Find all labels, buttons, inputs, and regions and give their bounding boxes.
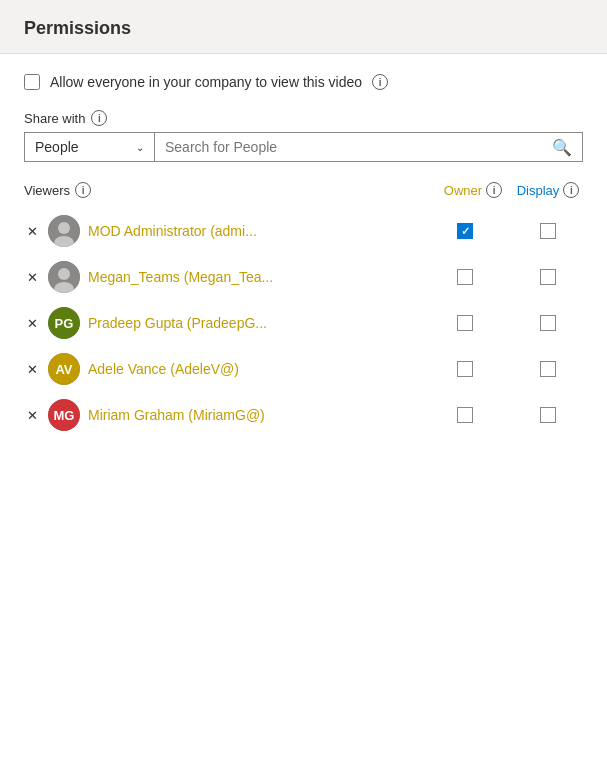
allow-everyone-row: Allow everyone in your company to view t…	[24, 74, 583, 90]
share-with-info-icon[interactable]: i	[91, 110, 107, 126]
allow-everyone-checkbox[interactable]	[24, 74, 40, 90]
permissions-panel: Permissions Allow everyone in your compa…	[0, 0, 607, 764]
display-column-label: Display i	[513, 182, 583, 198]
panel-body: Allow everyone in your company to view t…	[0, 54, 607, 458]
viewers-section: Viewers i Owner i Display i ✕	[24, 182, 583, 438]
avatar: AV	[48, 353, 80, 385]
panel-header: Permissions	[0, 0, 607, 54]
viewer-name: Megan_Teams (Megan_Tea...	[88, 269, 417, 285]
owner-column-label: Owner i	[433, 182, 513, 198]
avatar: MG	[48, 399, 80, 431]
allow-everyone-label[interactable]: Allow everyone in your company to view t…	[24, 74, 362, 90]
owner-checkbox-cell	[425, 269, 505, 285]
share-with-dropdown-text: People	[35, 139, 130, 155]
owner-label-text: Owner	[444, 183, 482, 198]
allow-everyone-text: Allow everyone in your company to view t…	[50, 74, 362, 90]
display-checkbox-cell	[513, 361, 583, 377]
share-with-controls: People ⌄ 🔍	[24, 132, 583, 162]
display-checkbox[interactable]	[540, 407, 556, 423]
search-icon[interactable]: 🔍	[552, 138, 572, 157]
remove-icon[interactable]: ✕	[24, 224, 40, 239]
share-with-label: Share with i	[24, 110, 583, 126]
table-row: ✕ Megan_Teams (Megan_Tea...	[24, 254, 583, 300]
remove-icon[interactable]: ✕	[24, 316, 40, 331]
owner-checkbox[interactable]	[457, 407, 473, 423]
viewers-label-text: Viewers	[24, 183, 70, 198]
search-input-wrapper: 🔍	[155, 133, 582, 161]
display-info-icon[interactable]: i	[563, 182, 579, 198]
display-checkbox-cell	[513, 407, 583, 423]
svg-text:MG: MG	[54, 408, 75, 423]
share-with-text: Share with	[24, 111, 85, 126]
viewer-name: Adele Vance (AdeleV@)	[88, 361, 417, 377]
display-checkbox-cell	[513, 223, 583, 239]
avatar	[48, 261, 80, 293]
owner-checkbox-cell	[425, 223, 505, 239]
owner-checkbox-cell	[425, 315, 505, 331]
viewers-info-icon[interactable]: i	[75, 182, 91, 198]
owner-checkbox[interactable]	[457, 223, 473, 239]
display-checkbox-cell	[513, 269, 583, 285]
svg-point-4	[58, 268, 70, 280]
chevron-down-icon: ⌄	[136, 142, 144, 153]
owner-checkbox[interactable]	[457, 361, 473, 377]
remove-icon[interactable]: ✕	[24, 362, 40, 377]
remove-icon[interactable]: ✕	[24, 270, 40, 285]
owner-checkbox[interactable]	[457, 315, 473, 331]
table-row: ✕ PG Pradeep Gupta (PradeepG...	[24, 300, 583, 346]
share-with-dropdown[interactable]: People ⌄	[25, 133, 155, 161]
search-input[interactable]	[165, 139, 546, 155]
table-row: ✕ MG Miriam Graham (MiriamG@)	[24, 392, 583, 438]
viewers-label: Viewers i	[24, 182, 433, 198]
avatar	[48, 215, 80, 247]
viewers-header: Viewers i Owner i Display i	[24, 182, 583, 198]
display-checkbox[interactable]	[540, 361, 556, 377]
display-checkbox-cell	[513, 315, 583, 331]
svg-text:PG: PG	[55, 316, 74, 331]
table-row: ✕ MOD Administrator (admi...	[24, 208, 583, 254]
avatar: PG	[48, 307, 80, 339]
viewer-name: MOD Administrator (admi...	[88, 223, 417, 239]
owner-checkbox-cell	[425, 407, 505, 423]
table-row: ✕ AV Adele Vance (AdeleV@)	[24, 346, 583, 392]
display-label-text: Display	[517, 183, 560, 198]
svg-point-1	[58, 222, 70, 234]
display-checkbox[interactable]	[540, 223, 556, 239]
display-checkbox[interactable]	[540, 315, 556, 331]
panel-title: Permissions	[24, 18, 131, 38]
viewer-name: Pradeep Gupta (PradeepG...	[88, 315, 417, 331]
owner-info-icon[interactable]: i	[486, 182, 502, 198]
svg-text:AV: AV	[55, 362, 72, 377]
viewer-name: Miriam Graham (MiriamG@)	[88, 407, 417, 423]
owner-checkbox-cell	[425, 361, 505, 377]
remove-icon[interactable]: ✕	[24, 408, 40, 423]
owner-checkbox[interactable]	[457, 269, 473, 285]
allow-everyone-info-icon[interactable]: i	[372, 74, 388, 90]
display-checkbox[interactable]	[540, 269, 556, 285]
share-with-section: Share with i People ⌄ 🔍	[24, 110, 583, 162]
